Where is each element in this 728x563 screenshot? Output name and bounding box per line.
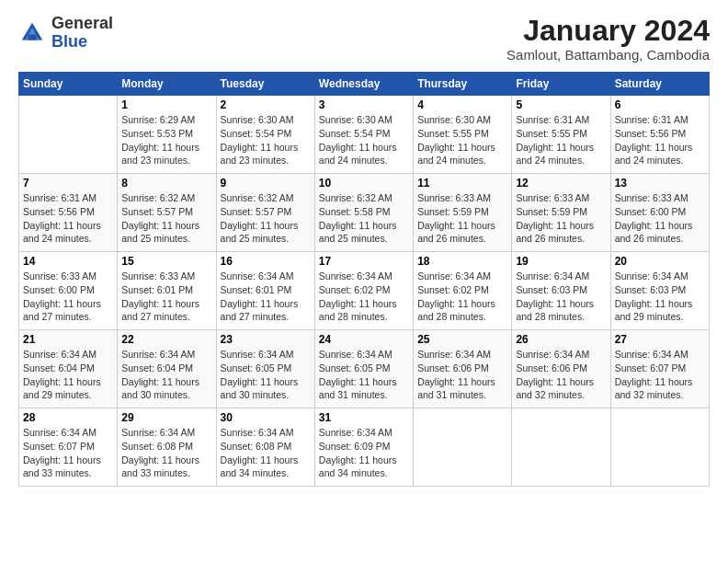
calendar-week-row: 7Sunrise: 6:31 AM Sunset: 5:56 PM Daylig… xyxy=(19,174,710,252)
day-number: 5 xyxy=(516,98,606,111)
day-info: Sunrise: 6:34 AM Sunset: 6:02 PM Dayligh… xyxy=(319,270,409,324)
calendar-day-cell: 30Sunrise: 6:34 AM Sunset: 6:08 PM Dayli… xyxy=(216,408,314,487)
logo-text: General Blue xyxy=(51,15,113,52)
day-info: Sunrise: 6:34 AM Sunset: 6:08 PM Dayligh… xyxy=(121,426,211,480)
day-number: 12 xyxy=(516,177,606,190)
day-info: Sunrise: 6:34 AM Sunset: 6:05 PM Dayligh… xyxy=(221,348,311,402)
calendar-day-cell: 11Sunrise: 6:33 AM Sunset: 5:59 PM Dayli… xyxy=(414,174,512,252)
weekday-header-cell: Sunday xyxy=(19,73,118,96)
calendar-day-cell xyxy=(512,408,610,487)
calendar-day-cell: 22Sunrise: 6:34 AM Sunset: 6:04 PM Dayli… xyxy=(118,330,216,408)
calendar-day-cell: 14Sunrise: 6:33 AM Sunset: 6:00 PM Dayli… xyxy=(19,252,118,330)
calendar-day-cell: 19Sunrise: 6:34 AM Sunset: 6:03 PM Dayli… xyxy=(512,252,610,330)
day-info: Sunrise: 6:30 AM Sunset: 5:54 PM Dayligh… xyxy=(319,113,409,167)
location-subtitle: Samlout, Battambang, Cambodia xyxy=(506,47,710,63)
calendar-day-cell: 25Sunrise: 6:34 AM Sunset: 6:06 PM Dayli… xyxy=(414,330,512,408)
day-info: Sunrise: 6:32 AM Sunset: 5:57 PM Dayligh… xyxy=(121,191,211,246)
calendar-day-cell: 21Sunrise: 6:34 AM Sunset: 6:04 PM Dayli… xyxy=(19,330,118,408)
weekday-header-cell: Thursday xyxy=(414,73,512,96)
day-number: 24 xyxy=(319,333,409,346)
day-number: 23 xyxy=(221,333,311,346)
day-number: 17 xyxy=(319,255,409,268)
day-number: 10 xyxy=(319,177,409,190)
calendar-day-cell xyxy=(19,96,118,174)
day-info: Sunrise: 6:31 AM Sunset: 5:56 PM Dayligh… xyxy=(615,113,705,167)
calendar-day-cell: 4Sunrise: 6:30 AM Sunset: 5:55 PM Daylig… xyxy=(414,96,512,174)
calendar-week-row: 21Sunrise: 6:34 AM Sunset: 6:04 PM Dayli… xyxy=(19,330,710,408)
calendar-day-cell xyxy=(610,408,709,487)
calendar-body: 1Sunrise: 6:29 AM Sunset: 5:53 PM Daylig… xyxy=(19,96,710,487)
day-info: Sunrise: 6:34 AM Sunset: 6:04 PM Dayligh… xyxy=(121,348,211,402)
day-info: Sunrise: 6:34 AM Sunset: 6:07 PM Dayligh… xyxy=(23,426,113,480)
calendar-day-cell: 26Sunrise: 6:34 AM Sunset: 6:06 PM Dayli… xyxy=(512,330,610,408)
day-number: 18 xyxy=(417,255,507,268)
calendar-day-cell: 31Sunrise: 6:34 AM Sunset: 6:09 PM Dayli… xyxy=(314,408,413,487)
day-number: 14 xyxy=(23,255,113,268)
day-number: 26 xyxy=(516,333,606,346)
day-info: Sunrise: 6:32 AM Sunset: 5:57 PM Dayligh… xyxy=(221,191,311,246)
day-number: 29 xyxy=(121,411,211,424)
day-number: 25 xyxy=(417,333,507,346)
day-number: 9 xyxy=(221,177,311,190)
month-title: January 2024 xyxy=(506,15,710,47)
weekday-header-cell: Wednesday xyxy=(314,73,413,96)
day-info: Sunrise: 6:34 AM Sunset: 6:07 PM Dayligh… xyxy=(615,348,705,402)
calendar-day-cell: 6Sunrise: 6:31 AM Sunset: 5:56 PM Daylig… xyxy=(610,96,709,174)
calendar-day-cell: 17Sunrise: 6:34 AM Sunset: 6:02 PM Dayli… xyxy=(314,252,413,330)
calendar-day-cell: 5Sunrise: 6:31 AM Sunset: 5:55 PM Daylig… xyxy=(512,96,610,174)
day-number: 4 xyxy=(417,98,507,111)
day-info: Sunrise: 6:34 AM Sunset: 6:08 PM Dayligh… xyxy=(221,426,311,480)
day-info: Sunrise: 6:29 AM Sunset: 5:53 PM Dayligh… xyxy=(121,113,211,167)
logo-general: General xyxy=(51,14,113,32)
weekday-header-cell: Saturday xyxy=(610,73,709,96)
logo: General Blue xyxy=(18,15,113,52)
calendar-day-cell: 23Sunrise: 6:34 AM Sunset: 6:05 PM Dayli… xyxy=(216,330,314,408)
day-info: Sunrise: 6:32 AM Sunset: 5:58 PM Dayligh… xyxy=(319,191,409,246)
day-number: 16 xyxy=(221,255,311,268)
day-info: Sunrise: 6:33 AM Sunset: 5:59 PM Dayligh… xyxy=(417,191,507,246)
day-info: Sunrise: 6:33 AM Sunset: 6:01 PM Dayligh… xyxy=(121,270,211,324)
day-info: Sunrise: 6:31 AM Sunset: 5:55 PM Dayligh… xyxy=(516,113,606,167)
svg-rect-2 xyxy=(28,34,37,40)
page-header: General Blue January 2024 Samlout, Batta… xyxy=(18,15,710,63)
day-info: Sunrise: 6:34 AM Sunset: 6:02 PM Dayligh… xyxy=(417,270,507,324)
day-number: 22 xyxy=(121,333,211,346)
day-info: Sunrise: 6:34 AM Sunset: 6:03 PM Dayligh… xyxy=(615,270,705,324)
day-info: Sunrise: 6:30 AM Sunset: 5:54 PM Dayligh… xyxy=(221,113,311,167)
logo-blue: Blue xyxy=(51,32,87,51)
day-number: 7 xyxy=(23,177,113,190)
calendar-day-cell: 1Sunrise: 6:29 AM Sunset: 5:53 PM Daylig… xyxy=(118,96,216,174)
calendar-day-cell: 13Sunrise: 6:33 AM Sunset: 6:00 PM Dayli… xyxy=(610,174,709,252)
day-number: 2 xyxy=(221,98,311,111)
calendar-day-cell: 16Sunrise: 6:34 AM Sunset: 6:01 PM Dayli… xyxy=(216,252,314,330)
calendar-week-row: 28Sunrise: 6:34 AM Sunset: 6:07 PM Dayli… xyxy=(19,408,710,487)
calendar-day-cell: 27Sunrise: 6:34 AM Sunset: 6:07 PM Dayli… xyxy=(610,330,709,408)
day-number: 27 xyxy=(615,333,705,346)
weekday-header-cell: Monday xyxy=(118,73,216,96)
day-number: 6 xyxy=(615,98,705,111)
calendar-day-cell: 10Sunrise: 6:32 AM Sunset: 5:58 PM Dayli… xyxy=(314,174,413,252)
day-number: 28 xyxy=(23,411,113,424)
day-info: Sunrise: 6:34 AM Sunset: 6:06 PM Dayligh… xyxy=(417,348,507,402)
day-info: Sunrise: 6:34 AM Sunset: 6:06 PM Dayligh… xyxy=(516,348,606,402)
calendar-day-cell: 15Sunrise: 6:33 AM Sunset: 6:01 PM Dayli… xyxy=(118,252,216,330)
calendar-day-cell: 12Sunrise: 6:33 AM Sunset: 5:59 PM Dayli… xyxy=(512,174,610,252)
day-number: 3 xyxy=(319,98,409,111)
day-info: Sunrise: 6:33 AM Sunset: 6:00 PM Dayligh… xyxy=(23,270,113,324)
day-number: 31 xyxy=(319,411,409,424)
day-info: Sunrise: 6:34 AM Sunset: 6:03 PM Dayligh… xyxy=(516,270,606,324)
day-info: Sunrise: 6:33 AM Sunset: 6:00 PM Dayligh… xyxy=(615,191,705,246)
day-number: 11 xyxy=(417,177,507,190)
calendar-day-cell: 18Sunrise: 6:34 AM Sunset: 6:02 PM Dayli… xyxy=(414,252,512,330)
logo-icon xyxy=(18,19,46,47)
day-number: 30 xyxy=(221,411,311,424)
day-number: 8 xyxy=(121,177,211,190)
calendar-day-cell: 3Sunrise: 6:30 AM Sunset: 5:54 PM Daylig… xyxy=(314,96,413,174)
day-number: 13 xyxy=(615,177,705,190)
day-info: Sunrise: 6:33 AM Sunset: 5:59 PM Dayligh… xyxy=(516,191,606,246)
day-number: 15 xyxy=(121,255,211,268)
calendar-day-cell: 28Sunrise: 6:34 AM Sunset: 6:07 PM Dayli… xyxy=(19,408,118,487)
weekday-header-row: SundayMondayTuesdayWednesdayThursdayFrid… xyxy=(19,73,710,96)
calendar-day-cell: 8Sunrise: 6:32 AM Sunset: 5:57 PM Daylig… xyxy=(118,174,216,252)
calendar-day-cell: 24Sunrise: 6:34 AM Sunset: 6:05 PM Dayli… xyxy=(314,330,413,408)
